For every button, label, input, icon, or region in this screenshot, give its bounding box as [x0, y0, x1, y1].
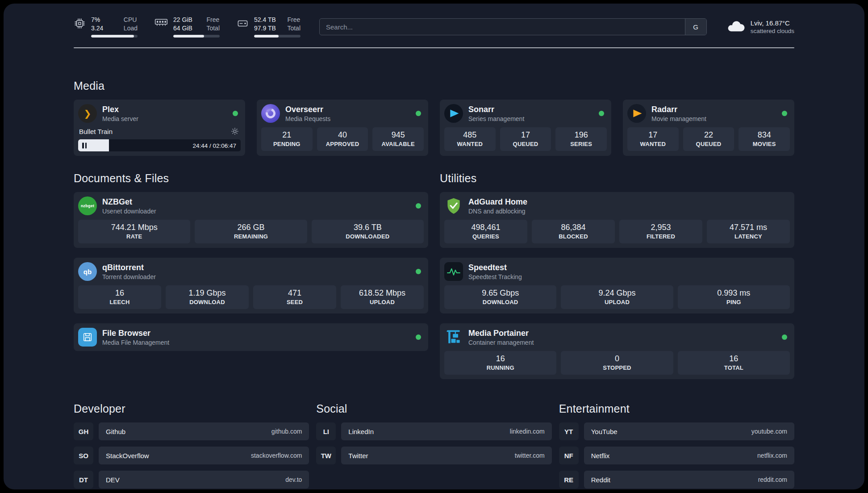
stat-label: FILTERED	[621, 233, 701, 240]
disk-usage-bar	[254, 35, 300, 38]
stat-value: 16	[446, 354, 555, 363]
stat-label: RUNNING	[446, 364, 555, 371]
app-card-overseerr[interactable]: Overseerr Media Requests 21 PENDING 40 A…	[257, 100, 428, 156]
app-desc: Usenet downloader	[102, 208, 156, 215]
app-desc: Movie management	[651, 115, 706, 122]
section-title-developer: Developer	[74, 402, 309, 415]
cpu-metric: 7% CPU 3.24 Load	[74, 16, 138, 38]
github-monogram-icon: GH	[74, 422, 93, 440]
app-name: Plex	[102, 105, 138, 114]
stat-value: 498,461	[446, 223, 526, 232]
bookmark-url: youtube.com	[751, 428, 787, 435]
online-status-dot	[599, 111, 604, 116]
stat-label: STOPPED	[563, 364, 671, 371]
online-status-dot	[416, 269, 421, 274]
stat-tile: 17 QUEUED	[500, 127, 551, 151]
app-name: Speedtest	[468, 263, 522, 272]
youtube-monogram-icon: YT	[559, 422, 579, 440]
app-desc: Speedtest Tracking	[468, 273, 522, 280]
stat-value: 196	[557, 130, 605, 140]
stat-label: DOWNLOAD	[167, 299, 247, 305]
reddit-monogram-icon: RE	[559, 471, 579, 489]
playback-progress-bar[interactable]: 24:44 / 02:06:47	[78, 139, 241, 151]
bookmark-reddit[interactable]: RE Redditreddit.com	[559, 471, 794, 489]
app-card-plex[interactable]: ❯ Plex Media server Bullet Train	[74, 100, 245, 156]
bookmark-github[interactable]: GH Githubgithub.com	[74, 422, 309, 440]
pause-icon[interactable]	[82, 142, 87, 148]
stat-value: 1.19 Gbps	[167, 288, 247, 298]
bookmark-url: linkedin.com	[510, 428, 545, 435]
app-card-qbittorrent[interactable]: qb qBittorrent Torrent downloader 16 LEE…	[74, 258, 428, 313]
stat-label: SEED	[255, 299, 334, 305]
app-name: Sonarr	[468, 105, 524, 114]
stat-label: LEECH	[80, 299, 159, 305]
radarr-icon	[627, 104, 646, 123]
app-card-speedtest[interactable]: Speedtest Speedtest Tracking 9.65 Gbps D…	[440, 258, 794, 313]
stat-label: DOWNLOADED	[313, 233, 422, 240]
stat-value: 485	[446, 130, 494, 140]
bookmark-dev[interactable]: DT DEVdev.to	[74, 471, 309, 489]
stat-tile: 39.6 TB DOWNLOADED	[312, 220, 424, 243]
stat-label: QUERIES	[446, 233, 526, 240]
developer-links-column: Developer GH Githubgithub.com SO StackOv…	[74, 402, 309, 489]
stat-label: QUEUED	[685, 141, 733, 147]
app-card-radarr[interactable]: Radarr Movie management 17 WANTED 22 QUE…	[623, 100, 794, 156]
bookmark-netflix[interactable]: NF Netflixnetflix.com	[559, 447, 794, 464]
speedtest-graph-icon	[444, 262, 463, 281]
memory-icon	[154, 17, 168, 29]
bookmark-twitter[interactable]: TW Twittertwitter.com	[316, 447, 551, 464]
nzbget-icon: nzbget	[78, 196, 97, 215]
bookmark-url: github.com	[271, 428, 302, 435]
stat-value: 0.993 ms	[680, 288, 788, 298]
bookmark-name: StackOverflow	[106, 452, 149, 460]
entertainment-links-column: Entertainment YT YouTubeyoutube.com NF N…	[559, 402, 794, 489]
online-status-dot	[782, 334, 787, 340]
stat-tile: 86,384 BLOCKED	[532, 220, 615, 243]
stat-tile: 21 PENDING	[261, 127, 313, 151]
disk-free-value: 52.4 TB	[254, 16, 281, 23]
stat-label: AVAILABLE	[374, 141, 422, 147]
bookmark-url: netflix.com	[757, 452, 787, 459]
bookmark-name: DEV	[106, 476, 120, 484]
stat-label: TOTAL	[680, 364, 788, 371]
search-input[interactable]	[320, 19, 685, 35]
cpu-usage-bar	[91, 35, 138, 38]
stat-label: LATENCY	[709, 233, 788, 240]
stat-value: 945	[374, 130, 422, 140]
app-name: NZBGet	[102, 197, 156, 207]
bookmark-name: Github	[106, 428, 125, 435]
app-desc: Torrent downloader	[102, 273, 156, 280]
stat-tile: 945 AVAILABLE	[372, 127, 424, 151]
weather-widget[interactable]: Lviv, 16.87°C scattered clouds	[726, 19, 794, 34]
stat-value: 40	[319, 130, 367, 140]
bookmark-stackoverflow[interactable]: SO StackOverflowstackoverflow.com	[74, 447, 309, 464]
bookmark-name: Netflix	[591, 452, 610, 460]
app-name: qBittorrent	[102, 263, 156, 272]
app-card-sonarr[interactable]: Sonarr Series management 485 WANTED 17 Q…	[440, 100, 611, 156]
stat-tile: 17 WANTED	[627, 127, 679, 151]
app-card-portainer[interactable]: Media Portainer Container management 16 …	[440, 323, 794, 379]
cpu-label-top: CPU	[124, 16, 138, 23]
search-engine-button[interactable]: G	[685, 19, 706, 35]
app-name: Radarr	[651, 105, 706, 114]
ram-usage-bar	[173, 35, 220, 38]
cpu-load-value: 3.24	[91, 25, 117, 32]
stat-value: 17	[629, 130, 677, 140]
stat-value: 16	[680, 354, 788, 363]
player-settings-gear-icon[interactable]	[230, 126, 240, 136]
app-card-adguard[interactable]: AdGuard Home DNS and adblocking 498,461 …	[440, 192, 794, 248]
bookmark-url: reddit.com	[758, 476, 787, 483]
section-title-media: Media	[74, 79, 794, 92]
stat-value: 0	[563, 354, 671, 363]
stat-tile: 9.65 Gbps DOWNLOAD	[444, 285, 556, 309]
app-desc: Media Requests	[285, 115, 330, 122]
stat-value: 471	[255, 288, 334, 298]
app-card-nzbget[interactable]: nzbget NZBGet Usenet downloader 744.21 M…	[74, 192, 428, 248]
online-status-dot	[416, 203, 421, 209]
bookmark-youtube[interactable]: YT YouTubeyoutube.com	[559, 422, 794, 440]
section-title-utilities: Utilities	[440, 172, 794, 185]
twitter-monogram-icon: TW	[316, 447, 336, 464]
bookmark-linkedin[interactable]: LI LinkedInlinkedin.com	[316, 422, 551, 440]
app-card-filebrowser[interactable]: File Browser Media File Management	[74, 323, 428, 351]
stat-value: 9.65 Gbps	[446, 288, 555, 298]
